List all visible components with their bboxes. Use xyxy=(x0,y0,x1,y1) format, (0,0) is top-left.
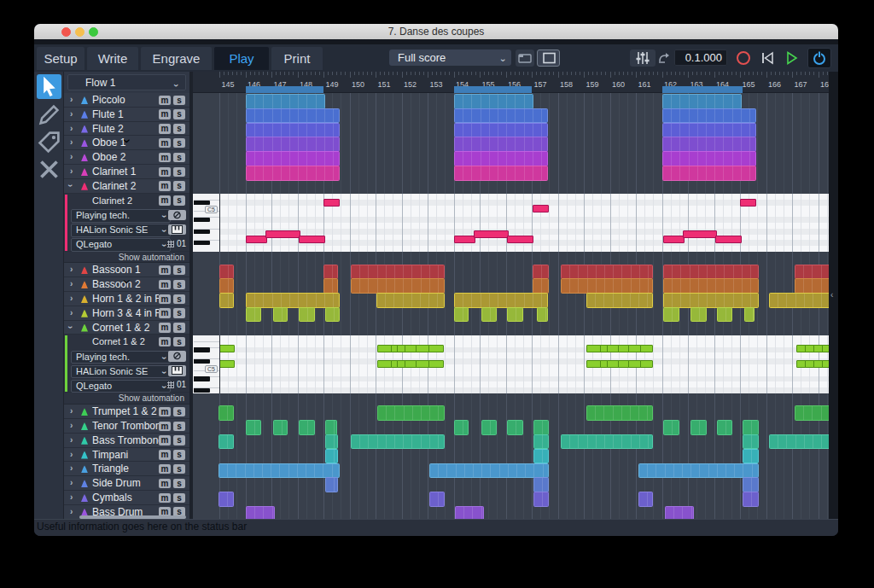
mute-button[interactable]: m xyxy=(159,109,171,119)
trim-tool-button[interactable] xyxy=(37,157,61,182)
midi-note[interactable] xyxy=(218,360,235,368)
note-block-bass-trombone-a[interactable] xyxy=(561,434,654,450)
chevron-right-icon[interactable]: › xyxy=(70,265,73,274)
note-block-piccolo[interactable] xyxy=(246,94,326,109)
mute-button[interactable]: m xyxy=(159,422,171,432)
note-block-piccolo[interactable] xyxy=(454,94,534,109)
frame-view-button[interactable] xyxy=(537,49,560,67)
note-block-bassoon-1[interactable] xyxy=(663,265,759,280)
mute-button[interactable]: m xyxy=(159,124,171,134)
note-block-cymbals[interactable] xyxy=(743,492,759,507)
mute-button[interactable]: m xyxy=(159,493,171,504)
sub-track-row[interactable]: ›Clarinet 2ms xyxy=(64,194,189,208)
track-row-timpani[interactable]: ›Timpanims xyxy=(64,448,189,463)
note-block-bass-trombone-a[interactable] xyxy=(743,434,759,450)
note-block-tenor-trombone-1[interactable] xyxy=(273,420,288,435)
track-row-bass-trombone-a[interactable]: ›Bass Trombone ams xyxy=(64,434,189,448)
black-key[interactable] xyxy=(194,230,210,234)
midi-note[interactable] xyxy=(474,230,509,238)
note-block-oboe-1[interactable] xyxy=(662,137,756,152)
note-block-bass-trombone-a[interactable] xyxy=(325,434,339,450)
plugin-dropdown[interactable]: HALion Sonic SE› xyxy=(71,365,171,379)
black-key[interactable] xyxy=(194,359,210,364)
playing-technique-editor-button[interactable] xyxy=(168,210,186,221)
mute-button[interactable]: m xyxy=(159,479,171,489)
note-block-clarinet-1[interactable] xyxy=(662,166,756,181)
note-block-bass-drum[interactable] xyxy=(455,506,484,519)
solo-button[interactable]: s xyxy=(173,493,185,504)
note-block-cymbals[interactable] xyxy=(533,492,550,507)
note-block-horn-1-2-in-f[interactable] xyxy=(769,293,829,308)
note-block-oboe-2[interactable] xyxy=(246,151,340,166)
track-row-bassoon-1[interactable]: ›Bassoon 1ms xyxy=(64,263,189,277)
chevron-down-icon[interactable]: › xyxy=(66,184,75,187)
note-block-bassoon-2[interactable] xyxy=(561,278,654,294)
chevron-right-icon[interactable]: › xyxy=(70,95,73,104)
note-block-tenor-trombone-1[interactable] xyxy=(533,420,550,435)
note-block-clarinet-1[interactable] xyxy=(454,166,548,181)
note-block-bass-trombone-a[interactable] xyxy=(769,434,829,450)
note-block-bassoon-1[interactable] xyxy=(219,265,234,280)
note-block-bass-drum[interactable] xyxy=(246,506,275,519)
note-block-bassoon-1[interactable] xyxy=(561,265,654,280)
solo-button[interactable]: s xyxy=(173,138,185,148)
track-row-tenor-trombone-1[interactable]: ›Tenor Trombone 1ms xyxy=(64,419,189,434)
track-row-triangle[interactable]: ›Trianglems xyxy=(64,462,189,476)
midi-note[interactable] xyxy=(740,199,756,207)
note-block-horn-3-4-in-f[interactable] xyxy=(246,307,262,323)
flow-selector-dropdown[interactable]: Flow 1 › xyxy=(67,74,186,90)
note-block-bass-drum[interactable] xyxy=(665,506,694,519)
sub-track-row[interactable]: ›Cornet 1 & 2ms xyxy=(64,335,189,349)
chevron-right-icon[interactable]: › xyxy=(70,308,73,317)
note-block-bass-trombone-a[interactable] xyxy=(351,434,445,450)
playback-engine-power-button[interactable] xyxy=(807,48,831,68)
note-block-tenor-trombone-1[interactable] xyxy=(299,420,315,435)
chevron-right-icon[interactable]: › xyxy=(70,279,73,288)
chevron-right-icon[interactable]: › xyxy=(70,137,73,147)
solo-button[interactable]: s xyxy=(173,124,185,134)
midi-note[interactable] xyxy=(683,230,717,238)
solo-button[interactable]: s xyxy=(173,407,185,417)
midi-note[interactable] xyxy=(663,236,685,243)
timeline-ruler[interactable]: 1451461471481491501511521531541551561571… xyxy=(193,72,829,93)
note-block-trumpet-1-2[interactable] xyxy=(795,405,829,421)
track-row-cymbals[interactable]: ›Cymbalsms xyxy=(64,491,189,505)
track-panel-scrollbar[interactable] xyxy=(79,515,186,519)
record-button[interactable] xyxy=(731,49,755,67)
plugin-dropdown[interactable]: HALion Sonic SE› xyxy=(71,224,171,237)
midi-note[interactable] xyxy=(715,236,742,243)
track-row-piccolo[interactable]: ›Piccoloms xyxy=(64,93,189,108)
time-display[interactable]: 0.1.000 xyxy=(674,49,727,66)
solo-button[interactable]: s xyxy=(173,181,185,191)
black-key[interactable] xyxy=(194,241,210,245)
expression-map-dropdown[interactable]: QLegato› xyxy=(71,238,171,252)
note-block-oboe-1[interactable] xyxy=(246,137,340,152)
note-block-bassoon-1[interactable] xyxy=(323,265,338,280)
note-block-triangle[interactable] xyxy=(218,463,340,479)
black-key[interactable] xyxy=(194,347,210,352)
midi-note[interactable] xyxy=(822,345,829,352)
midi-note[interactable] xyxy=(428,360,444,368)
solo-button[interactable]: s xyxy=(173,167,185,178)
note-block-tenor-trombone-1[interactable] xyxy=(481,420,498,435)
track-row-flute-2[interactable]: ›Flute 2ms xyxy=(64,122,189,137)
event-display-area[interactable]: 1451461471481491501511521531541551561571… xyxy=(193,72,829,519)
expression-map-dropdown[interactable]: QLegato› xyxy=(71,380,171,393)
note-block-bassoon-1[interactable] xyxy=(533,265,549,280)
show-automation-label[interactable]: Show automation xyxy=(119,253,184,262)
layout-selector-dropdown[interactable]: Full score › xyxy=(389,49,511,66)
black-key[interactable] xyxy=(194,218,210,222)
mute-button[interactable]: m xyxy=(159,450,171,460)
mute-button[interactable]: m xyxy=(159,337,171,347)
midi-note[interactable] xyxy=(299,236,325,243)
plugin-editor-button[interactable] xyxy=(168,224,186,236)
show-automation-label[interactable]: Show automation xyxy=(119,393,184,403)
midi-note[interactable] xyxy=(507,236,533,243)
solo-button[interactable]: s xyxy=(173,109,185,119)
black-key[interactable] xyxy=(194,201,210,205)
note-block-horn-3-4-in-f[interactable] xyxy=(325,307,340,323)
pencil-tool-button[interactable] xyxy=(37,102,61,127)
note-block-clarinet-1[interactable] xyxy=(246,166,340,181)
note-block-trumpet-1-2[interactable] xyxy=(218,405,234,421)
note-block-oboe-1[interactable] xyxy=(454,137,548,152)
